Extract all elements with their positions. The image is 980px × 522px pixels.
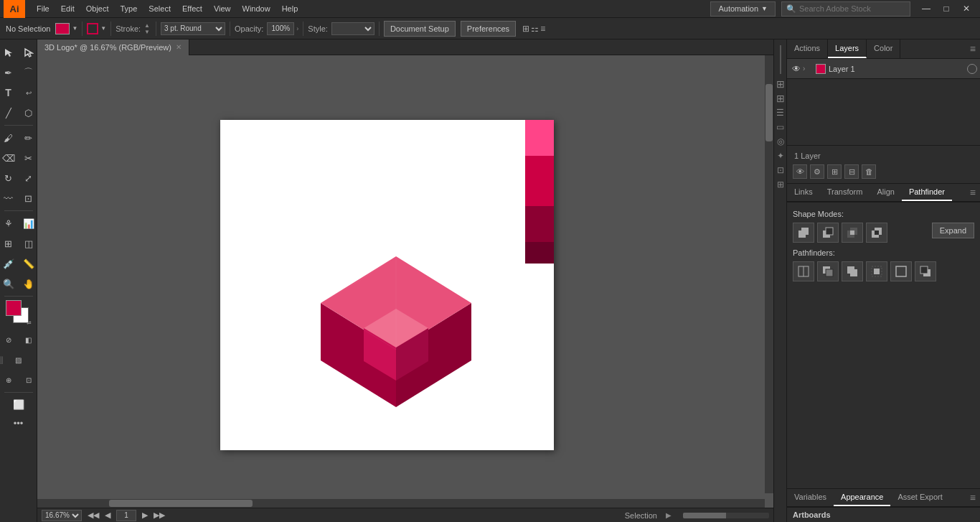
search-bar[interactable]: 🔍 [781,1,910,17]
layer-options-button[interactable]: ⚙ [810,164,824,179]
touch-type-tool[interactable]: ↩ [20,84,37,101]
workspace-selector[interactable]: Automation ▼ [710,1,776,17]
tab-close-icon[interactable]: ✕ [176,43,182,51]
scale-tool[interactable]: ⤢ [20,169,37,187]
vscroll-thumb[interactable] [765,84,773,141]
eraser-tool[interactable]: ⌫ [0,149,17,167]
graph-tool[interactable]: 📊 [20,215,37,232]
select-tool[interactable] [0,44,17,61]
close-button[interactable]: ✕ [956,0,976,18]
hscroll-thumb[interactable] [109,500,253,507]
search-input[interactable] [799,4,900,13]
foreground-color-swatch[interactable] [6,300,22,316]
stroke-down-icon[interactable]: ▼ [144,29,150,35]
duplicate-layer-button[interactable]: ⊞ [827,164,842,179]
pencil-tool[interactable]: ✏ [20,129,37,146]
delete-layer-button[interactable]: 🗑 [862,164,876,179]
footer-menu-icon[interactable]: ≡ [966,489,980,506]
layer-target-icon[interactable] [967,64,977,74]
preferences-button[interactable]: Preferences [461,21,516,37]
panel-rect-icon[interactable]: ▭ [775,120,786,134]
tab-actions[interactable]: Actions [787,39,828,58]
prev-artboard-icon[interactable]: ◀◀ [88,511,99,520]
menu-effect[interactable]: Effect [176,0,208,18]
zoom-select[interactable]: 16.67% [42,510,82,521]
tab-align[interactable]: Align [870,184,901,201]
crop-button[interactable] [866,261,887,281]
rotate-tool[interactable]: ↻ [0,169,17,187]
panel-grid-icon[interactable]: ⊞ [775,91,786,106]
unite-button[interactable] [793,223,814,243]
panel-star-icon[interactable]: ✦ [775,149,786,163]
prev-page-icon[interactable]: ◀ [105,511,110,520]
panel-transform-icon[interactable]: ⊡ [775,163,786,177]
next-artboard-icon[interactable]: ▶▶ [154,511,165,520]
panel-circle-icon[interactable]: ◎ [775,134,786,149]
tab-pathfinder[interactable]: Pathfinder [902,184,952,201]
tab-transform[interactable]: Transform [820,184,870,201]
trim-button[interactable] [817,261,839,281]
merge-layer-button[interactable]: ⊟ [844,164,859,179]
menu-select[interactable]: Select [143,0,176,18]
shape-tool[interactable]: ⬡ [20,104,37,121]
pathfinder-menu-icon[interactable]: ≡ [966,184,980,201]
panel-hand-icon[interactable]: ☰ [775,106,786,120]
weight-select[interactable]: 3 pt. Round [161,22,225,35]
draw-mode-icon[interactable]: ⊕ [0,371,17,388]
more-tools[interactable]: ••• [10,414,27,432]
tab-layers[interactable]: Layers [828,39,867,58]
menu-edit[interactable]: Edit [55,0,80,18]
horizontal-scrollbar[interactable] [37,499,765,508]
stroke-dropdown-icon[interactable]: ▼ [100,25,106,32]
stroke-swatch[interactable] [87,23,98,34]
tab-color[interactable]: Color [867,39,900,58]
pattern-mode-icon[interactable]: ▨ [10,351,27,368]
screen-mode-icon[interactable]: ⊡ [20,371,37,388]
direct-select-tool[interactable] [20,44,37,61]
curvature-tool[interactable]: ⌒ [20,64,37,81]
scissors-tool[interactable]: ✂ [20,149,37,167]
minus-front-button[interactable] [817,223,839,243]
merge-button[interactable] [842,261,863,281]
artboard-tool[interactable]: ⬜ [10,396,27,413]
menu-help[interactable]: Help [276,0,304,18]
page-input[interactable] [116,510,136,521]
tab-variables[interactable]: Variables [787,489,834,506]
outline-button[interactable] [890,261,912,281]
opacity-more-icon[interactable]: › [296,25,298,32]
line-tool[interactable]: ╱ [0,104,17,121]
canvas-scroll-area[interactable] [37,55,773,508]
stroke-up-icon[interactable]: ▲ [144,22,150,29]
menu-view[interactable]: View [208,0,237,18]
none-fill-icon[interactable]: ⊘ [0,331,17,348]
panel-photo-icon[interactable]: ⊞ [775,177,786,192]
make-visible-button[interactable]: 👁 [793,164,807,179]
type-tool[interactable]: T [0,84,17,101]
arrange-icon[interactable]: ⊞ [522,24,529,34]
align-icon[interactable]: ⚏ [531,24,539,34]
paintbrush-tool[interactable]: 🖌 [0,129,17,146]
eyedropper-tool[interactable]: 💉 [0,255,17,272]
fill-dropdown-icon[interactable]: ▼ [72,25,77,32]
layer-expand-icon[interactable]: › [803,65,813,73]
gradient-fill-icon[interactable]: ◧ [20,331,37,348]
menu-object[interactable]: Object [80,0,115,18]
minus-back-button[interactable] [915,261,936,281]
pen-tool[interactable]: ✒ [0,64,17,81]
next-page-icon[interactable]: ▶ [142,511,148,520]
gradient-tool[interactable]: ◫ [20,235,37,252]
symbol-sprayer-tool[interactable]: ⚘ [0,215,17,232]
menu-icon[interactable]: ≡ [540,24,545,34]
tab-asset-export[interactable]: Asset Export [890,489,949,506]
none-mode-icon[interactable]: ⊘ [30,351,38,368]
menu-window[interactable]: Window [237,0,276,18]
divide-button[interactable] [793,261,814,281]
free-transform-tool[interactable]: ⊡ [20,190,37,207]
color-mode-icon[interactable]: ⬛ [0,351,7,368]
panel-expand-icon[interactable]: ⊞ [775,77,786,91]
zoom-tool[interactable]: 🔍 [0,275,17,292]
menu-file[interactable]: File [31,0,55,18]
style-select[interactable] [331,22,374,35]
measure-tool[interactable]: 📏 [20,255,37,272]
hand-tool[interactable]: 🤚 [20,275,37,292]
